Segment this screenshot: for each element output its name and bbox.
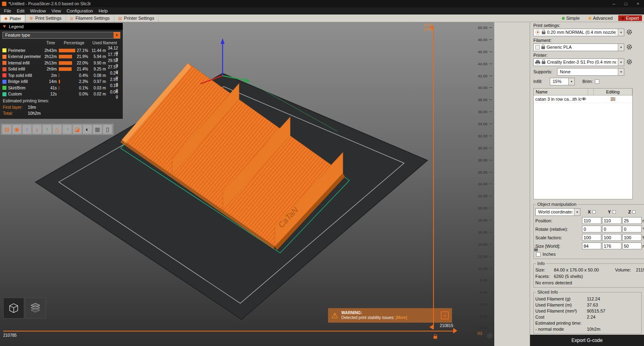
manip-input-z[interactable] bbox=[622, 217, 642, 224]
tab-filament-settings[interactable]: ◎Filament Settings bbox=[66, 15, 114, 22]
facets-value: 6260 (5 shells) bbox=[554, 274, 644, 279]
minimize-button[interactable]: – bbox=[608, 0, 620, 7]
legend-row-top-solid-infill[interactable]: Top solid infill2m0.4%0.08 m0.24 g bbox=[0, 71, 123, 77]
ruler-tick-label: 28.00 bbox=[473, 158, 487, 162]
legend-row-bridge-infill[interactable]: Bridge infill14m2.3%0.97 m2.91 g bbox=[0, 77, 123, 84]
horizontal-slider[interactable] bbox=[3, 331, 453, 331]
infill-select[interactable]: 15% ▾ bbox=[550, 78, 575, 85]
feature-filament-length: 9.25 m bbox=[90, 67, 108, 71]
legend-row-skirt-brim[interactable]: Skirt/Brim41s0.1%0.03 m0.10 g bbox=[0, 83, 123, 90]
slider-lock-icon[interactable] bbox=[433, 336, 437, 339]
legend-row-solid-infill[interactable]: Solid infill2h9m21.4%9.25 m27.57 g bbox=[0, 65, 123, 71]
view-type-select[interactable]: Feature type ▼ bbox=[2, 32, 120, 39]
sliced-label: Used Filament (m) bbox=[535, 302, 587, 307]
axis-label: X bbox=[588, 209, 590, 214]
estimated-time-icon[interactable]: ◔ bbox=[63, 125, 72, 134]
warning-icon: ⚠ bbox=[331, 312, 338, 319]
mirror-checkbox-y[interactable] bbox=[613, 210, 616, 213]
manip-input-y[interactable] bbox=[602, 217, 621, 224]
mode-advanced[interactable]: Advanced bbox=[585, 15, 616, 21]
manip-input-x[interactable] bbox=[582, 234, 601, 241]
manip-input-x[interactable] bbox=[582, 242, 601, 249]
menu-item-view[interactable]: View bbox=[49, 7, 64, 15]
feature-percentage-bar bbox=[59, 61, 76, 65]
tab-plater[interactable]: ◆Plater bbox=[0, 15, 25, 22]
travels-icon[interactable]: ◉ bbox=[12, 125, 21, 134]
legend-row-internal-infill[interactable]: Internal infill2h13m22.0%9.90 m29.52 g bbox=[0, 58, 123, 65]
manip-input-z[interactable] bbox=[622, 234, 642, 241]
legend-row-external-perimeter[interactable]: External perimeter2h12m21.9%5.94 m17.72 … bbox=[0, 52, 123, 59]
printer-select[interactable]: Creality Ender-3 S1 Pro (0.4 mm nozzle) … bbox=[533, 58, 624, 66]
viewport-3d[interactable]: CaTaN Legend Feature type ▼ bbox=[0, 22, 494, 346]
view-mode-thumbnails bbox=[3, 298, 46, 319]
legend-cube-icon[interactable]: ▦ bbox=[93, 125, 102, 134]
sliced-label: Estimated printing time: bbox=[535, 321, 587, 325]
lock-icon bbox=[542, 61, 545, 64]
mode-expert[interactable]: Expert bbox=[618, 15, 642, 21]
mirror-checkbox-x[interactable] bbox=[592, 210, 596, 213]
warning-close-button[interactable]: × bbox=[441, 311, 449, 319]
manip-input-z[interactable] bbox=[622, 226, 642, 232]
viewport-settings-gear-icon[interactable] bbox=[487, 333, 493, 339]
dropdown-arrow-icon: ▾ bbox=[618, 68, 624, 75]
brim-checkbox[interactable] bbox=[595, 79, 599, 84]
mirror-checkbox-z[interactable] bbox=[632, 210, 636, 213]
menu-item-configuration[interactable]: Configuration bbox=[64, 7, 95, 15]
color-print-icon[interactable]: △ bbox=[53, 125, 62, 134]
printer-gear-icon[interactable] bbox=[626, 59, 633, 65]
layer-slider-lower-handle[interactable] bbox=[429, 325, 433, 329]
supports-select[interactable]: None ▾ bbox=[557, 68, 624, 76]
filament-gear-icon[interactable] bbox=[626, 44, 633, 50]
manip-input-x[interactable] bbox=[582, 226, 601, 232]
manip-input-y[interactable] bbox=[602, 242, 621, 249]
coordinates-select[interactable]: World coordinates ▾ bbox=[535, 208, 580, 216]
eye-icon[interactable] bbox=[581, 97, 586, 102]
ruler-tick bbox=[489, 232, 492, 232]
manip-row-position-: Position:mm bbox=[535, 216, 644, 225]
feature-filament-weight: 0.06 g bbox=[108, 90, 120, 99]
printer-column-icon[interactable]: ▯ bbox=[103, 125, 112, 134]
print-settings-gear-icon[interactable] bbox=[626, 29, 633, 35]
tab-printer-settings[interactable]: ▤Printer Settings bbox=[114, 15, 159, 22]
horizontal-slider-handle[interactable] bbox=[453, 328, 457, 334]
uniform-scale-lock-icon[interactable] bbox=[534, 249, 538, 251]
layer-slider-track[interactable] bbox=[433, 27, 434, 329]
export-gcode-button[interactable]: Export G-code bbox=[530, 335, 644, 346]
legend-row-custom[interactable]: Custom12s0.0%0.02 m0.06 g bbox=[0, 90, 123, 96]
view-3d-thumbnail[interactable] bbox=[3, 298, 24, 319]
manip-input-z[interactable] bbox=[622, 242, 642, 249]
legend-row-perimeter[interactable]: Perimeter2h43m27.1%11.44 m34.12 g bbox=[0, 46, 123, 52]
close-button[interactable]: × bbox=[632, 0, 644, 7]
manip-input-x[interactable] bbox=[582, 217, 601, 224]
layers-3d-icon[interactable]: ▤ bbox=[2, 125, 11, 134]
deretractions-icon[interactable]: ↓ bbox=[33, 125, 41, 134]
layer-slider-upper-handle[interactable] bbox=[429, 25, 433, 30]
column-editing: Editing bbox=[594, 89, 632, 95]
shells-icon[interactable]: ◐ bbox=[83, 125, 92, 134]
menu-item-file[interactable]: File bbox=[1, 7, 14, 15]
menu-item-help[interactable]: Help bbox=[96, 7, 111, 15]
menu-item-edit[interactable]: Edit bbox=[14, 7, 27, 15]
print-settings-icon: ⚙ bbox=[29, 16, 33, 21]
menu-item-window[interactable]: Window bbox=[27, 7, 49, 15]
ruler-tick-label: 26.00 bbox=[473, 170, 487, 174]
inches-checkbox[interactable] bbox=[536, 252, 541, 257]
tab-print-settings[interactable]: ⚙Print Settings bbox=[25, 15, 66, 22]
print-settings-select[interactable]: 0.20 mm NORMAL (0.4 mm nozzle) ▾ bbox=[533, 29, 624, 36]
seams-icon[interactable]: ↑ bbox=[43, 125, 52, 134]
ruler-tick-label: 24.00 bbox=[473, 182, 487, 186]
estimated-times-title: Estimated printing times: bbox=[3, 98, 120, 103]
manip-input-y[interactable] bbox=[602, 226, 621, 232]
manip-unit: mm bbox=[642, 218, 644, 223]
maximize-button[interactable]: □ bbox=[620, 0, 632, 7]
legend-header[interactable]: Legend bbox=[0, 23, 123, 30]
mode-simple[interactable]: Simple bbox=[559, 15, 583, 21]
view-preview-thumbnail[interactable] bbox=[25, 298, 46, 319]
object-list-row[interactable]: catan 3 in row ca...ith logo ) v1.stl bbox=[534, 95, 632, 103]
manip-input-y[interactable] bbox=[602, 234, 621, 241]
retractions-icon[interactable]: ↕ bbox=[23, 125, 31, 134]
warning-more-link[interactable]: [More] bbox=[396, 315, 407, 320]
wipe-icon[interactable]: ◪ bbox=[73, 125, 82, 134]
filament-select[interactable]: Generic PLA ▾ bbox=[533, 44, 624, 51]
edit-object-icon[interactable] bbox=[594, 97, 632, 101]
